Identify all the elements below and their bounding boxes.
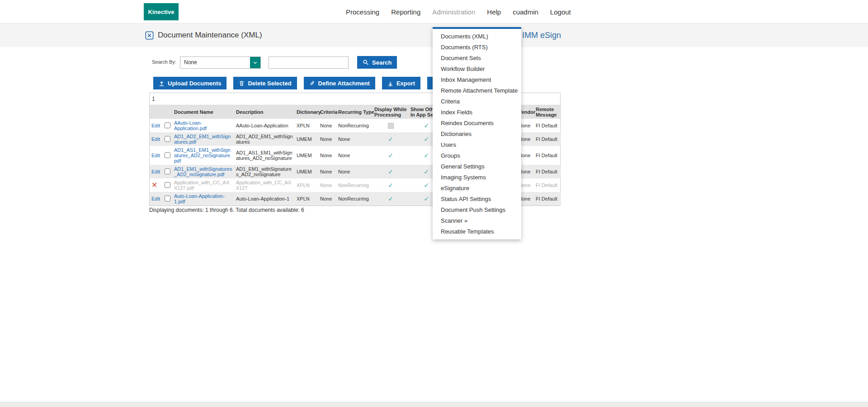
remote-message-cell: FI Default	[534, 146, 561, 165]
menu-item-documents-rts[interactable]: Documents (RTS)	[433, 42, 521, 52]
display-while-processing-cell: ✓	[373, 146, 409, 165]
menu-item-general-settings[interactable]: General Settings	[433, 161, 521, 172]
menu-item-imaging-systems[interactable]: Imaging Systems	[433, 172, 521, 182]
menu-item-documents-xml[interactable]: Documents (XML)	[433, 31, 521, 42]
admin-dropdown-menu: Documents (XML)Documents (RTS)Document S…	[433, 27, 521, 239]
dictionary-cell: XPLN	[295, 192, 318, 206]
row-checkbox[interactable]	[165, 182, 170, 188]
search-button-label: Search	[372, 59, 392, 66]
nav-item-processing[interactable]: Processing	[346, 8, 379, 16]
row-checkbox[interactable]	[165, 196, 170, 201]
menu-item-document-push-settings[interactable]: Document Push Settings	[433, 204, 521, 215]
description-cell: AD1_EM1_withSignatures_AD2_noSignature	[234, 165, 295, 178]
edit-link[interactable]: Edit	[151, 169, 160, 174]
document-xml-icon	[145, 31, 154, 40]
description-cell: AAuto-Loan-Application	[234, 119, 295, 132]
checkmark-icon: ✓	[424, 122, 429, 129]
menu-item-groups[interactable]: Groups	[433, 150, 521, 161]
chevron-down-icon[interactable]	[250, 57, 260, 68]
recurring-type-cell: None	[336, 132, 373, 146]
description-cell: Application_with_CC_AXX127	[234, 178, 295, 192]
define-attachment-button[interactable]: Define Attachment	[304, 77, 375, 89]
document-name-cell: Auto-Loan-Application-1.pdf	[172, 192, 234, 206]
menu-item-document-sets[interactable]: Document Sets	[433, 52, 521, 63]
menu-item-users[interactable]: Users	[433, 139, 521, 150]
edit-link[interactable]: Edit	[151, 196, 160, 201]
edit-link[interactable]: Edit	[151, 136, 160, 142]
search-by-label: Search By:	[152, 59, 176, 65]
action-cell: Edit	[150, 132, 162, 146]
checkbox-cell	[162, 119, 172, 132]
column-header-criteria: Criteria	[318, 105, 336, 119]
checkbox-cell	[162, 165, 172, 178]
page-title: Document Maintenance (XML)	[158, 31, 262, 40]
display-while-processing-cell: ✓	[373, 192, 409, 206]
delete-selected-button[interactable]: Delete Selected	[233, 77, 297, 89]
checkmark-icon: ✓	[424, 168, 429, 175]
edit-link[interactable]: Edit	[151, 153, 160, 158]
checkmark-icon: ✓	[388, 136, 393, 143]
row-checkbox[interactable]	[165, 136, 170, 142]
menu-item-criteria[interactable]: Criteria	[433, 96, 521, 107]
recurring-type-cell: NonRecurring	[336, 119, 373, 132]
menu-item-remote-attachment-template[interactable]: Remote Attachment Template	[433, 85, 521, 96]
checkmark-icon: ✓	[388, 195, 393, 202]
column-header-display-while-processing: Display While Processing	[373, 105, 409, 119]
document-name-link[interactable]: AD1_EM1_withSignatures_AD2_noSignature.p…	[174, 166, 232, 177]
menu-item-index-fields[interactable]: Index Fields	[433, 107, 521, 117]
search-input[interactable]	[269, 56, 349, 69]
menu-item-inbox-management[interactable]: Inbox Management	[433, 74, 521, 85]
button-label: Delete Selected	[248, 80, 291, 87]
document-name-cell: AD1_EM1_withSignatures_AD2_noSignature.p…	[172, 165, 234, 178]
menu-item-workflow-builder[interactable]: Workflow Builder	[433, 63, 521, 74]
document-name-link[interactable]: Auto-Loan-Application-1.pdf	[174, 193, 225, 204]
criteria-cell: None	[318, 119, 336, 132]
nav-item-help[interactable]: Help	[487, 8, 501, 16]
search-button[interactable]: Search	[357, 56, 397, 69]
action-cell: Edit	[150, 165, 162, 178]
upload-documents-button[interactable]: Upload Documents	[153, 77, 226, 89]
criteria-cell: None	[318, 146, 336, 165]
nav-items: ProcessingReportingAdministrationHelpcua…	[346, 0, 571, 23]
menu-item-dictionaries[interactable]: Dictionaries	[433, 128, 521, 139]
remote-message-cell: FI Default	[534, 132, 561, 146]
nav-item-cuadmin[interactable]: cuadmin	[513, 8, 538, 16]
display-while-processing-cell: ✓	[373, 178, 409, 192]
dictionary-cell: UMEM	[295, 146, 318, 165]
row-checkbox[interactable]	[165, 168, 170, 174]
button-label: Upload Documents	[168, 80, 221, 87]
edit-link[interactable]: Edit	[151, 123, 160, 128]
column-header-document-name: Document Name	[172, 105, 234, 119]
menu-item-status-api-settings[interactable]: Status API Settings	[433, 193, 521, 204]
row-checkbox[interactable]	[165, 152, 170, 158]
display-while-processing-cell	[373, 119, 409, 132]
document-name-link[interactable]: AAuto-Loan-Application.pdf	[174, 120, 207, 131]
menu-item-reusable-templates[interactable]: Reusable Templates	[433, 226, 521, 237]
remote-message-cell: FI Default	[534, 119, 561, 132]
dictionary-cell: XPLN	[295, 178, 318, 192]
criteria-cell: None	[318, 178, 336, 192]
document-name-link[interactable]: Application_with_CC_AXX127.pdf	[174, 180, 229, 191]
imm-esign-brand: IMM eSign	[522, 23, 561, 47]
menu-item-scanner[interactable]: Scanner »	[433, 215, 521, 226]
document-name-link[interactable]: AD1_AD2_EM1_withSignatures.pdf	[174, 134, 231, 145]
paperclip-icon	[309, 80, 315, 86]
column-header-recurring-type: Recurring Type	[336, 105, 373, 119]
document-name-cell: AAuto-Loan-Application.pdf	[172, 119, 234, 132]
row-checkbox[interactable]	[165, 122, 170, 128]
menu-item-reindex-documents[interactable]: Reindex Documents	[433, 117, 521, 128]
footer-strip	[0, 402, 868, 407]
document-name-cell: AD1_AD2_EM1_withSignatures.pdf	[172, 132, 234, 146]
kinective-logo[interactable]: Kinective	[144, 3, 179, 20]
export-button[interactable]: Export	[382, 77, 420, 89]
search-by-select[interactable]: None	[180, 56, 261, 69]
menu-item-esignature[interactable]: eSignature	[433, 182, 521, 193]
description-cell: AD1_AS1_EM1_withSignatures_AD2_noSignatu…	[234, 146, 295, 165]
action-cell: Edit	[150, 146, 162, 165]
page-number[interactable]: 1	[152, 96, 155, 102]
document-name-link[interactable]: AD1_AS1_EM1_withSignatures_AD2_noSignatu…	[174, 147, 231, 164]
action-cell: Edit	[150, 119, 162, 132]
nav-item-reporting[interactable]: Reporting	[391, 8, 420, 16]
nav-item-administration[interactable]: Administration	[432, 8, 475, 16]
nav-item-logout[interactable]: Logout	[550, 8, 571, 16]
